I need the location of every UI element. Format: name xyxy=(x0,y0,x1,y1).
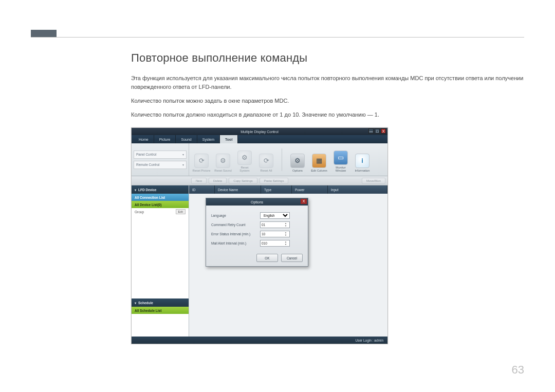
action-bar: New Delete Copy Settings Paste Settings … xyxy=(132,176,387,185)
minimize-button[interactable]: — xyxy=(368,128,374,134)
filter-label: Panel Control xyxy=(136,153,156,156)
triangle-down-icon: ▾ xyxy=(135,188,136,192)
page-heading: Повторное выполнение команды xyxy=(131,51,527,65)
toolbar-label: Reset All xyxy=(261,169,272,172)
move-mon-button[interactable]: Move/Mon xyxy=(362,178,385,184)
reset-all-icon: ⟳ xyxy=(259,154,273,168)
dialog-close-button[interactable]: X xyxy=(301,199,307,204)
column-headers: ID Device Name Type Power Input xyxy=(189,185,387,194)
information-button[interactable]: iInformation xyxy=(353,147,372,172)
dialog-body: Language English Command Retry Count 01▲… xyxy=(206,206,308,251)
spinner-value: 010 xyxy=(262,241,267,245)
toolbar-label: Information xyxy=(355,169,370,172)
menu-picture[interactable]: Picture xyxy=(154,135,176,143)
filter-label: Remote Control xyxy=(136,163,160,166)
reset-all-button[interactable]: ⟳Reset All xyxy=(257,147,275,172)
app-title: Multiple Display Control xyxy=(240,130,279,134)
sidebar-schedule[interactable]: ▾Schedule xyxy=(132,298,189,307)
row-language: Language English xyxy=(211,211,303,220)
label-language: Language xyxy=(211,214,260,217)
col-power[interactable]: Power xyxy=(292,185,328,194)
monitor-window-button[interactable]: ▭Monitor Window xyxy=(331,147,350,172)
filter-remote-control[interactable]: Remote Control ▾ xyxy=(134,161,187,169)
options-button[interactable]: ⚙Options xyxy=(288,147,307,172)
toolbar-label: Reset Picture xyxy=(193,169,211,172)
reset-group: ⟳Reset Picture ⚙Reset Sound ⚙Reset Syste… xyxy=(192,147,275,172)
col-type[interactable]: Type xyxy=(261,185,292,194)
col-device-name[interactable]: Device Name xyxy=(215,185,261,194)
row-error-interval: Error Status Interval (min.) 10▲▼ xyxy=(211,229,303,238)
cancel-button[interactable]: Cancel xyxy=(281,254,303,262)
sidebar-all-device-list[interactable]: All Device List(0) xyxy=(132,201,189,208)
menu-home[interactable]: Home xyxy=(134,135,154,143)
reset-system-button[interactable]: ⚙Reset System xyxy=(235,147,254,172)
row-mail-interval: Mail Alert Interval (min.) 010▲▼ xyxy=(211,238,303,248)
mail-interval-spinner[interactable]: 010▲▼ xyxy=(260,240,290,247)
spinner-value: 01 xyxy=(262,223,265,227)
sidebar-group-row: Group Edit xyxy=(132,208,189,215)
col-id[interactable]: ID xyxy=(189,185,215,194)
toolbar-label: Options xyxy=(292,169,303,172)
menu-system[interactable]: System xyxy=(197,135,220,143)
monitor-icon: ▭ xyxy=(334,151,348,165)
toolbar-separator xyxy=(282,148,282,171)
app-body: ▾LFD Device All Connection List All Devi… xyxy=(132,185,387,337)
label-error-interval: Error Status Interval (min.) xyxy=(211,232,260,236)
header-accent xyxy=(31,30,57,37)
menu-sound[interactable]: Sound xyxy=(176,135,197,143)
sidebar: ▾LFD Device All Connection List All Devi… xyxy=(132,185,189,337)
col-input[interactable]: Input xyxy=(328,185,387,194)
edit-column-button[interactable]: ▦Edit Column xyxy=(310,147,328,172)
filter-panel: Panel Control ▾ Remote Control ▾ xyxy=(132,143,189,176)
header-rule xyxy=(31,37,524,38)
app-window: Multiple Display Control — □ X Home Pict… xyxy=(131,127,388,344)
titlebar: Multiple Display Control — □ X xyxy=(132,128,387,135)
spinner-arrows-icon: ▲▼ xyxy=(283,240,288,246)
window-controls: — □ X xyxy=(368,128,386,134)
info-icon: i xyxy=(355,154,369,168)
label-mail-interval: Mail Alert Interval (min.) xyxy=(211,241,260,245)
ok-button[interactable]: OK xyxy=(256,254,278,262)
columns-icon: ▦ xyxy=(312,154,326,168)
gear-icon: ⚙ xyxy=(290,154,305,168)
sidebar-all-connection[interactable]: All Connection List xyxy=(132,194,189,201)
paragraph-1: Эта функция используется для указания ма… xyxy=(131,74,527,91)
dialog-titlebar: Options X xyxy=(206,198,308,206)
error-interval-spinner[interactable]: 10▲▼ xyxy=(260,231,290,237)
sidebar-label: Schedule xyxy=(138,301,153,305)
options-dialog: Options X Language English Command Retry… xyxy=(206,198,308,267)
new-button[interactable]: New xyxy=(191,178,207,184)
reset-sound-button[interactable]: ⚙Reset Sound xyxy=(214,147,232,172)
sidebar-group-label: Group xyxy=(135,210,144,214)
spinner-value: 10 xyxy=(262,232,265,236)
main-group: ⚙Options ▦Edit Column ▭Monitor Window iI… xyxy=(288,147,372,172)
toolbar-buttons: ⟳Reset Picture ⚙Reset Sound ⚙Reset Syste… xyxy=(189,143,387,176)
maximize-button[interactable]: □ xyxy=(375,128,380,134)
language-select[interactable]: English xyxy=(260,212,290,219)
filter-panel-control[interactable]: Panel Control ▾ xyxy=(134,151,187,159)
paragraph-3: Количество попыток должно находиться в д… xyxy=(131,110,527,119)
reset-system-icon: ⚙ xyxy=(237,151,252,165)
paste-settings-button[interactable]: Paste Settings xyxy=(260,178,289,184)
sidebar-lfd-device[interactable]: ▾LFD Device xyxy=(132,185,189,194)
triangle-down-icon: ▾ xyxy=(135,301,136,305)
toolbar: Panel Control ▾ Remote Control ▾ ⟳Reset … xyxy=(132,143,387,176)
close-button[interactable]: X xyxy=(381,128,386,134)
row-retry: Command Retry Count 01▲▼ xyxy=(211,220,303,229)
delete-button[interactable]: Delete xyxy=(209,178,227,184)
reset-picture-button[interactable]: ⟳Reset Picture xyxy=(192,147,211,172)
toolbar-label: Edit Column xyxy=(311,169,327,172)
copy-settings-button[interactable]: Copy Settings xyxy=(229,178,257,184)
sidebar-label: LFD Device xyxy=(138,188,156,192)
dialog-buttons: OK Cancel xyxy=(206,251,308,266)
retry-count-spinner[interactable]: 01▲▼ xyxy=(260,221,290,228)
menubar: Home Picture Sound System Tool xyxy=(132,135,387,143)
page-number: 63 xyxy=(512,363,524,377)
user-login-status: User Login : admin xyxy=(355,339,383,342)
chevron-down-icon: ▾ xyxy=(182,153,184,156)
dialog-title: Options xyxy=(251,200,263,204)
sidebar-edit-button[interactable]: Edit xyxy=(176,209,186,214)
chevron-down-icon: ▾ xyxy=(182,163,184,166)
menu-tool[interactable]: Tool xyxy=(220,135,238,143)
sidebar-all-schedule[interactable]: All Schedule List xyxy=(132,307,189,314)
